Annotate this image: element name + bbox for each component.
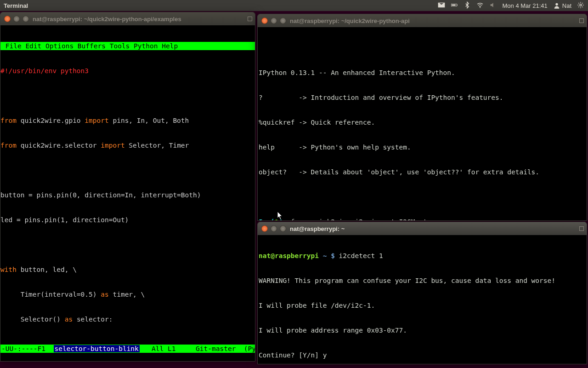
minimize-button[interactable]	[13, 16, 20, 22]
svg-rect-1	[457, 4, 458, 6]
svg-point-3	[480, 7, 481, 8]
terminal-window-ipython[interactable]: nat@raspberrypi: ~/quick2wire-python-api…	[257, 14, 587, 221]
emacs-menu-bar[interactable]: File Edit Options Buffers Tools Python H…	[0, 42, 255, 50]
close-button[interactable]	[261, 225, 268, 232]
shell-buffer[interactable]: nat@raspberrypi ~ $ i2cdetect 1 WARNING!…	[258, 235, 587, 364]
expand-icon[interactable]	[579, 226, 584, 231]
volume-icon[interactable]	[489, 1, 497, 10]
window-title: nat@raspberrypi: ~/quick2wire-python-api	[290, 17, 410, 24]
emacs-modeline: -UU-:----F1 selector-button-blink All L1…	[0, 345, 255, 353]
session-gear-icon[interactable]	[577, 1, 584, 10]
maximize-button[interactable]	[280, 225, 286, 232]
username-label: Nat	[562, 2, 571, 9]
clock[interactable]: Mon 4 Mar 21:41	[502, 2, 547, 9]
terminal-window-shell[interactable]: nat@raspberrypi: ~ nat@raspberrypi ~ $ i…	[257, 222, 587, 364]
minimize-button[interactable]	[271, 225, 277, 232]
system-tray: Mon 4 Mar 21:41 Nat	[438, 1, 584, 10]
emacs-buffer[interactable]: File Edit Options Buffers Tools Python H…	[0, 25, 255, 361]
window-title: nat@raspberrypi: ~/quick2wire-python-api…	[33, 16, 181, 23]
window-title: nat@raspberrypi: ~	[290, 225, 345, 232]
close-button[interactable]	[261, 17, 268, 24]
mail-icon[interactable]	[438, 1, 445, 10]
maximize-button[interactable]	[280, 17, 286, 24]
expand-icon[interactable]	[579, 18, 584, 23]
bluetooth-icon[interactable]	[464, 1, 471, 10]
shebang: #!/usr/bin/env python3	[0, 67, 89, 75]
close-button[interactable]	[4, 16, 11, 22]
titlebar[interactable]: nat@raspberrypi: ~/quick2wire-python-api	[258, 14, 587, 27]
minimize-button[interactable]	[271, 17, 277, 24]
svg-point-4	[555, 3, 558, 6]
titlebar[interactable]: nat@raspberrypi: ~	[258, 222, 587, 235]
terminal-window-emacs[interactable]: nat@raspberrypi: ~/quick2wire-python-api…	[0, 12, 255, 362]
ipython-buffer[interactable]: IPython 0.13.1 -- An enhanced Interactiv…	[258, 27, 587, 221]
svg-point-5	[580, 4, 582, 6]
titlebar[interactable]: nat@raspberrypi: ~/quick2wire-python-api…	[0, 12, 255, 25]
svg-rect-2	[452, 4, 456, 6]
top-panel: Terminal Mon 4 Mar 21:41 Nat	[0, 0, 588, 11]
active-app-label: Terminal	[4, 2, 28, 9]
maximize-button[interactable]	[23, 16, 29, 22]
expand-icon[interactable]	[248, 17, 252, 21]
battery-icon[interactable]	[451, 1, 458, 10]
user-menu[interactable]: Nat	[553, 2, 571, 9]
wifi-icon[interactable]	[476, 1, 484, 10]
